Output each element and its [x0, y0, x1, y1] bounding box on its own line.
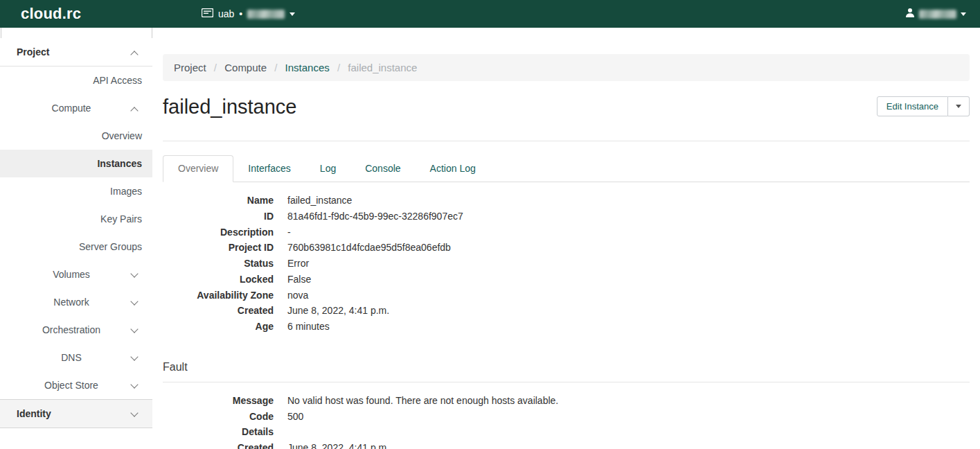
- detail-value: 81a46fd1-f9dc-45b9-99ec-32286f907ec7: [287, 209, 970, 224]
- sidebar-nav: Project API Access Compute Overview Inst…: [0, 28, 152, 449]
- breadcrumb-separator: /: [337, 62, 340, 73]
- detail-value: failed_instance: [287, 193, 970, 209]
- overview-detail-list: Name failed_instance ID 81a46fd1-f9dc-45…: [163, 193, 970, 335]
- sidebar-heading-label: Identity: [17, 408, 51, 419]
- chevron-down-icon: [130, 297, 138, 305]
- detail-label: Details: [163, 424, 274, 440]
- breadcrumb-item-compute: Compute: [224, 62, 267, 73]
- chevron-down-icon: [130, 409, 138, 416]
- detail-value: nova: [287, 288, 970, 303]
- chevron-up-icon: [130, 107, 138, 114]
- breadcrumb-item-project: Project: [174, 62, 206, 73]
- breadcrumb-item-current: failed_instance: [348, 62, 417, 73]
- sidebar-heading-label: Volumes: [53, 269, 90, 280]
- context-org-label: uab: [218, 8, 234, 19]
- sidebar-item-label: Overview: [102, 130, 142, 141]
- sidebar-item-label: API Access: [93, 75, 142, 86]
- chevron-down-icon: [130, 353, 138, 360]
- chevron-down-icon: [961, 12, 966, 16]
- redacted-username: [919, 10, 956, 19]
- sidebar-item-server-groups[interactable]: Server Groups: [0, 233, 152, 261]
- edit-instance-button[interactable]: Edit Instance: [877, 96, 948, 116]
- sidebar-heading-label: DNS: [61, 352, 82, 363]
- sidebar-heading-project[interactable]: Project: [0, 38, 152, 67]
- tab-log[interactable]: Log: [305, 155, 350, 182]
- context-separator: •: [239, 8, 242, 19]
- detail-value-status: Error: [287, 256, 970, 272]
- chevron-down-icon: [130, 380, 138, 388]
- tab-overview[interactable]: Overview: [163, 155, 233, 182]
- sidebar-item-label: Key Pairs: [100, 213, 142, 224]
- breadcrumb-separator: /: [274, 62, 277, 73]
- user-menu[interactable]: [905, 0, 966, 28]
- detail-label: Code: [163, 409, 274, 425]
- person-icon: [905, 8, 915, 20]
- detail-label: Created: [163, 303, 274, 319]
- detail-label: Status: [163, 256, 274, 272]
- sidebar-heading-label: Network: [53, 297, 89, 308]
- detail-value: [287, 424, 970, 440]
- breadcrumb-item-instances[interactable]: Instances: [285, 62, 330, 73]
- detail-value: June 8, 2022, 4:41 p.m.: [287, 303, 970, 319]
- detail-value: 6 minutes: [287, 319, 970, 335]
- sidebar-item-overview[interactable]: Overview: [0, 122, 152, 150]
- chevron-down-icon: [130, 325, 138, 333]
- sidebar-item-key-pairs[interactable]: Key Pairs: [0, 205, 152, 233]
- detail-value: No valid host was found. There are not e…: [287, 393, 970, 409]
- sidebar-item-label: Images: [110, 186, 142, 197]
- sidebar-item-label: Instances: [97, 158, 142, 169]
- fault-section-heading: Fault: [163, 349, 970, 373]
- detail-label: Created: [163, 440, 274, 449]
- detail-value: False: [287, 272, 970, 288]
- edit-instance-button-group: Edit Instance: [877, 96, 970, 116]
- sidebar-heading-label: Compute: [52, 103, 91, 114]
- detail-label: Locked: [163, 272, 274, 288]
- sidebar-heading-dns[interactable]: DNS: [0, 344, 152, 371]
- detail-label: Message: [163, 393, 274, 409]
- tab-interfaces[interactable]: Interfaces: [233, 155, 305, 182]
- redacted-project-name: [247, 10, 285, 19]
- sidebar-heading-compute[interactable]: Compute: [0, 94, 152, 122]
- chevron-down-icon: [289, 12, 295, 16]
- detail-value: -: [287, 224, 970, 240]
- sidebar-item-images[interactable]: Images: [0, 177, 152, 205]
- detail-value: June 8, 2022, 4:41 p.m.: [287, 440, 970, 449]
- chevron-down-icon: [130, 270, 138, 277]
- detail-label: ID: [163, 209, 274, 224]
- sidebar-item-api-access[interactable]: API Access: [0, 67, 152, 94]
- top-header-bar: cloud.rc uab •: [0, 0, 980, 28]
- breadcrumb: Project / Compute / Instances / failed_i…: [163, 54, 970, 81]
- breadcrumb-separator: /: [214, 62, 217, 73]
- detail-tabs: Overview Interfaces Log Console Action L…: [163, 155, 970, 182]
- sidebar-heading-orchestration[interactable]: Orchestration: [0, 316, 152, 344]
- sidebar-top-partial-box: [1, 28, 152, 38]
- sidebar-item-instances[interactable]: Instances: [0, 150, 152, 177]
- sidebar-heading-object-store[interactable]: Object Store: [0, 371, 152, 399]
- project-context-switcher[interactable]: uab •: [202, 0, 295, 28]
- sidebar-item-label: Server Groups: [79, 241, 142, 252]
- fault-divider: [163, 382, 970, 382]
- fault-detail-list: Message No valid host was found. There a…: [163, 393, 970, 449]
- title-divider: [163, 141, 970, 141]
- detail-value: 760b63981c1d4fcdae95d5f8ea06efdb: [287, 240, 970, 256]
- detail-label: Age: [163, 319, 274, 335]
- sidebar-heading-network[interactable]: Network: [0, 288, 152, 316]
- sidebar-heading-identity[interactable]: Identity: [0, 399, 152, 428]
- detail-label: Availability Zone: [163, 288, 274, 303]
- edit-instance-dropdown-button[interactable]: [948, 96, 970, 116]
- sidebar-heading-label: Orchestration: [42, 324, 100, 335]
- tab-console[interactable]: Console: [350, 155, 415, 182]
- chevron-up-icon: [130, 51, 138, 58]
- tab-action-log[interactable]: Action Log: [416, 155, 490, 182]
- brand-logo[interactable]: cloud.rc: [21, 0, 81, 28]
- chevron-down-icon: [956, 105, 961, 108]
- sidebar-heading-label: Object Store: [44, 380, 98, 391]
- page-title: failed_instance: [163, 95, 296, 118]
- detail-label: Name: [163, 193, 274, 209]
- detail-label: Project ID: [163, 240, 274, 256]
- sidebar-heading-volumes[interactable]: Volumes: [0, 261, 152, 288]
- card-list-icon: [202, 8, 213, 19]
- detail-label: Description: [163, 224, 274, 240]
- detail-value: 500: [287, 409, 970, 425]
- main-content: Project / Compute / Instances / failed_i…: [152, 28, 980, 449]
